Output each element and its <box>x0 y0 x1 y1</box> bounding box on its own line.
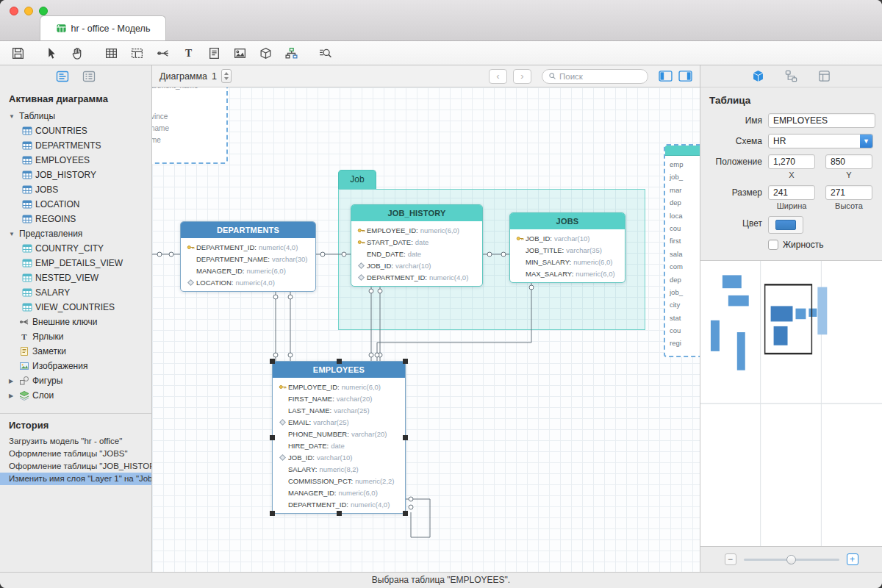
er-column[interactable]: END_DATE:date <box>351 248 482 259</box>
search-input[interactable] <box>559 72 642 81</box>
zoom-slider-knob[interactable] <box>786 555 796 564</box>
sidebar-item-employees[interactable]: EMPLOYEES <box>0 153 151 168</box>
zoom-out-button[interactable]: − <box>725 553 736 565</box>
er-column[interactable]: COMMISSION_PCT:numeric(2,2) <box>273 475 405 487</box>
selection-handle-n[interactable] <box>337 359 342 364</box>
relation-tool-icon[interactable] <box>155 46 170 60</box>
disclosure-triangle[interactable]: ▶ <box>9 378 19 384</box>
shape-tool-icon[interactable] <box>258 46 273 60</box>
sidebar-item-фигуры[interactable]: ▶Фигуры <box>0 373 151 388</box>
diagram-canvas[interactable]: Job DEPARTMENTSDEPARTMENT_ID:numeric(4,0… <box>152 87 700 572</box>
schema-select[interactable]: HR ▼ <box>768 134 873 148</box>
search-box[interactable] <box>542 69 648 84</box>
nav-back-button[interactable]: ‹ <box>489 69 507 84</box>
sidebar-item-jobs[interactable]: JOBS <box>0 182 151 197</box>
er-column[interactable]: EMAIL:varchar(25) <box>273 416 405 428</box>
label-tool-icon[interactable]: T <box>181 46 196 60</box>
nav-forward-button[interactable]: › <box>513 69 531 84</box>
find-tool-icon[interactable] <box>318 46 332 60</box>
sidebar-item-ярлыки[interactable]: TЯрлыки <box>0 329 151 344</box>
er-column[interactable]: JOB_ID:varchar(10) <box>510 232 625 244</box>
layers-tool-icon[interactable] <box>284 46 298 60</box>
er-table-job_history[interactable]: JOB_HISTORYEMPLOYEE_ID:numeric(6,0)START… <box>351 204 483 287</box>
er-column[interactable]: JOB_ID:varchar(10) <box>351 259 482 271</box>
sidebar-item-заметки[interactable]: Заметки <box>0 344 151 359</box>
partial-table-right[interactable]: empjob_mardeplocacoufirstsalacomdepjob_c… <box>664 144 700 357</box>
sidebar-item-departments[interactable]: DEPARTMENTS <box>0 138 151 153</box>
model-tree-view-icon[interactable] <box>82 71 96 82</box>
selection-handle-se[interactable] <box>403 511 408 516</box>
sidebar-item-nested_view[interactable]: NESTED_VIEW <box>0 270 151 285</box>
er-column[interactable]: DEPARTMENT_ID:numeric(4,0) <box>351 271 482 283</box>
history-item[interactable]: Оформление таблицы "JOBS" <box>0 448 151 460</box>
sidebar-item-salary[interactable]: SALARY <box>0 285 151 300</box>
properties-tab-icon[interactable] <box>751 69 765 83</box>
er-column[interactable]: HIRE_DATE:date <box>273 440 405 451</box>
history-item[interactable]: Оформление таблицы "JOB_HISTOR <box>0 460 151 473</box>
titlebar[interactable]: hr - office - Модель <box>0 0 882 41</box>
er-column[interactable]: MANAGER_ID:numeric(6,0) <box>273 487 405 498</box>
layout-tab-icon[interactable] <box>817 69 831 83</box>
sidebar-item-таблицы[interactable]: ▼Таблицы <box>0 109 151 123</box>
height-input[interactable] <box>825 185 872 200</box>
er-column[interactable]: LAST_NAME:varchar(25) <box>273 404 405 416</box>
disclosure-triangle[interactable]: ▼ <box>9 231 19 237</box>
diagram-list-view-icon[interactable] <box>56 71 69 82</box>
layer-tab[interactable]: Job <box>338 170 376 189</box>
er-column[interactable]: DEPARTMENT_ID:numeric(4,0) <box>273 498 405 510</box>
er-table-header[interactable]: DEPARTMENTS <box>181 222 315 238</box>
cursor-tool-icon[interactable] <box>44 46 59 60</box>
selection-handle-sw[interactable] <box>270 511 275 516</box>
position-x-input[interactable] <box>768 154 815 169</box>
sidebar-item-внешние-ключи[interactable]: Внешние ключи <box>0 315 151 329</box>
sidebar-item-regoins[interactable]: REGOINS <box>0 212 151 226</box>
width-input[interactable] <box>768 185 815 200</box>
history-item[interactable]: Изменить имя слоя "Layer 1" на "Job <box>0 473 151 485</box>
toggle-right-panel-icon[interactable] <box>678 71 692 82</box>
toggle-left-panel-icon[interactable] <box>659 71 673 82</box>
sidebar-item-view_countries[interactable]: VIEW_COUNTRIES <box>0 300 151 315</box>
zoom-in-button[interactable]: + <box>847 553 858 565</box>
er-table-header[interactable]: JOB_HISTORY <box>351 205 482 221</box>
zoom-window-button[interactable] <box>39 7 48 15</box>
er-table-jobs[interactable]: JOBSJOB_ID:varchar(10)JOB_TITLE:varchar(… <box>509 212 625 283</box>
disclosure-triangle[interactable]: ▶ <box>9 392 19 399</box>
er-column[interactable]: SALARY:numeric(8,2) <box>273 463 405 475</box>
color-well[interactable] <box>768 216 803 234</box>
diagram-switcher[interactable]: Диаграмма 1 <box>159 69 232 83</box>
selection-handle-nw[interactable] <box>270 359 275 364</box>
minimap[interactable] <box>700 260 882 547</box>
sidebar-item-countries[interactable]: COUNTRIES <box>0 123 151 138</box>
er-column[interactable]: JOB_TITLE:varchar(35) <box>510 244 625 256</box>
er-table-header[interactable]: EMPLOYEES <box>273 362 405 378</box>
sidebar-item-изображения[interactable]: Изображения <box>0 359 151 373</box>
bold-checkbox[interactable] <box>768 240 778 250</box>
sidebar-item-country_city[interactable]: COUNTRY_CITY <box>0 241 151 256</box>
selection-handle-e[interactable] <box>403 435 408 440</box>
er-table-employees[interactable]: EMPLOYEESEMPLOYEE_ID:numeric(6,0)FIRST_N… <box>272 361 406 514</box>
er-column[interactable]: DEPARTMENT_ID:numeric(4,0) <box>181 241 315 253</box>
partial-table-left[interactable]: artment_namevincenameme <box>152 87 228 164</box>
sidebar-item-слои[interactable]: ▶Слои <box>0 388 151 403</box>
close-button[interactable] <box>10 7 18 15</box>
er-column[interactable]: JOB_ID:varchar(10) <box>273 451 405 463</box>
position-y-input[interactable] <box>825 154 872 169</box>
er-column[interactable]: START_DATE:date <box>351 236 482 248</box>
selection-handle-ne[interactable] <box>403 359 408 364</box>
minimize-button[interactable] <box>24 7 33 15</box>
note-tool-icon[interactable] <box>207 46 221 60</box>
er-column[interactable]: DEPARTMENT_NAME:varchar(30) <box>181 253 315 265</box>
sidebar-item-представления[interactable]: ▼Представления <box>0 226 151 241</box>
history-item[interactable]: Загрузить модель "hr - office" <box>0 435 151 448</box>
document-tab[interactable]: hr - office - Модель <box>40 15 166 40</box>
er-column[interactable]: EMPLOYEE_ID:numeric(6,0) <box>273 381 405 392</box>
image-tool-icon[interactable] <box>232 46 247 60</box>
er-column[interactable]: MANAGER_ID:numeric(6,0) <box>181 265 315 276</box>
er-column[interactable]: MIN_SALARY:numeric(6,0) <box>510 256 625 268</box>
diagram-stepper[interactable] <box>221 69 232 83</box>
er-column[interactable]: FIRST_NAME:varchar(20) <box>273 392 405 404</box>
sidebar-item-emp_details_view[interactable]: EMP_DETAILS_VIEW <box>0 256 151 270</box>
er-table-header[interactable]: JOBS <box>510 213 625 229</box>
view-tool-icon[interactable] <box>129 46 144 60</box>
zoom-slider[interactable] <box>744 559 839 561</box>
